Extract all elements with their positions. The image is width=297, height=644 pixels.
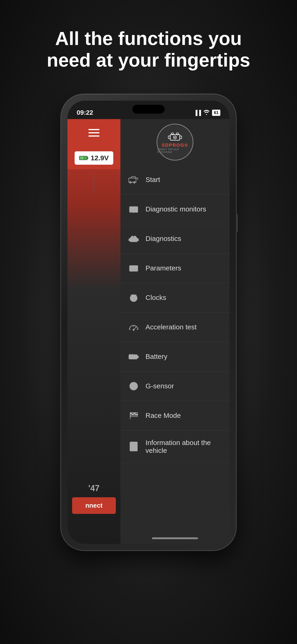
svg-rect-25 (134, 236, 136, 238)
svg-rect-1 (87, 157, 88, 158)
signal-icon: ▐▐ (194, 110, 201, 116)
svg-point-20 (130, 211, 132, 212)
svg-rect-66 (134, 414, 136, 415)
battery-display: 12.9V (74, 151, 113, 165)
info-vehicle-label: Information about the vehicle (146, 439, 223, 454)
info-vehicle-icon (127, 440, 140, 453)
menu-line-1 (88, 129, 100, 130)
battery-widget: 12.9V (68, 147, 120, 169)
connect-area: nnect (68, 495, 120, 516)
brand-tagline: SMART DRIVER PROGRAM (157, 148, 193, 154)
battery-icon-small (79, 156, 88, 160)
left-decoration (68, 169, 120, 198)
hamburger-area[interactable] (68, 119, 120, 147)
svg-rect-47 (137, 356, 138, 358)
svg-point-35 (130, 269, 132, 271)
left-panel: 12.9V '47 nnect (68, 119, 120, 544)
status-icons: ▐▐ 61 (194, 110, 220, 116)
phone-screen: 09:22 ▐▐ 61 (68, 101, 230, 544)
menu-item-start[interactable]: Start (120, 165, 230, 195)
svg-point-10 (174, 137, 176, 138)
menu-item-diagnostic-monitors[interactable]: Diagnostic monitors (120, 195, 230, 224)
battery-menu-icon (127, 350, 140, 363)
phone-shell: 09:22 ▐▐ 61 (61, 94, 236, 550)
battery-label: Battery (146, 353, 168, 360)
menu-item-race-mode[interactable]: Race Mode (120, 401, 230, 430)
logo-circle: SDPROG® SMART DRIVER PROGRAM (156, 124, 194, 160)
menu-item-diagnostics[interactable]: Diagnostics (120, 224, 230, 254)
race-mode-icon (127, 409, 140, 422)
g-sensor-label: G-sensor (146, 382, 174, 390)
diagnostic-monitors-label: Diagnostic monitors (146, 205, 206, 213)
svg-rect-17 (130, 208, 132, 210)
start-icon (127, 174, 140, 186)
menu-line-3 (88, 136, 100, 136)
volume-button (236, 214, 238, 232)
g-sensor-icon (127, 380, 140, 392)
clocks-label: Clocks (146, 294, 166, 302)
hamburger-icon (88, 129, 100, 136)
menu-list: Start (120, 165, 230, 463)
svg-rect-46 (129, 354, 137, 359)
menu-item-info-vehicle[interactable]: Information about the vehicle (120, 430, 230, 463)
svg-rect-0 (80, 156, 87, 160)
start-label: Start (146, 176, 160, 184)
svg-point-42 (133, 329, 134, 330)
voltage-value: 12.9V (91, 154, 109, 162)
brand-name: SDPROG® (162, 142, 188, 148)
svg-rect-24 (132, 236, 133, 238)
right-panel: SDPROG® SMART DRIVER PROGRAM (120, 119, 230, 544)
svg-point-54 (133, 385, 134, 387)
race-mode-label: Race Mode (146, 412, 181, 420)
hero-title: All the functions you need at your finge… (22, 0, 275, 90)
menu-item-g-sensor[interactable]: G-sensor (120, 372, 230, 401)
parameters-icon (127, 262, 140, 274)
battery-status: 61 (212, 110, 220, 116)
svg-rect-26 (129, 238, 131, 241)
status-time: 09:22 (77, 109, 93, 116)
phone-mockup: 09:22 ▐▐ 61 (50, 94, 248, 578)
diagnostic-monitors-icon (127, 203, 140, 216)
menu-item-battery[interactable]: Battery (120, 342, 230, 372)
svg-rect-27 (137, 238, 138, 241)
acceleration-test-icon (127, 321, 140, 334)
svg-rect-65 (130, 414, 132, 415)
connect-button[interactable]: nnect (72, 497, 116, 514)
logo-area: SDPROG® SMART DRIVER PROGRAM (120, 119, 230, 165)
diagnostics-label: Diagnostics (146, 235, 181, 242)
clocks-icon (127, 291, 140, 304)
diagnostics-icon (127, 232, 140, 245)
home-indicator (152, 537, 198, 539)
menu-item-clocks[interactable]: Clocks (120, 283, 230, 312)
menu-item-parameters[interactable]: Parameters (120, 254, 230, 283)
parameters-label: Parameters (146, 264, 181, 272)
acceleration-test-label: Acceleration test (146, 323, 196, 331)
wifi-icon (203, 110, 210, 116)
svg-rect-67 (130, 442, 138, 451)
engine-logo-icon (167, 130, 183, 142)
menu-item-acceleration-test[interactable]: Acceleration test (120, 312, 230, 342)
svg-point-28 (132, 238, 135, 240)
dynamic-island (132, 105, 164, 114)
menu-line-2 (88, 132, 100, 133)
